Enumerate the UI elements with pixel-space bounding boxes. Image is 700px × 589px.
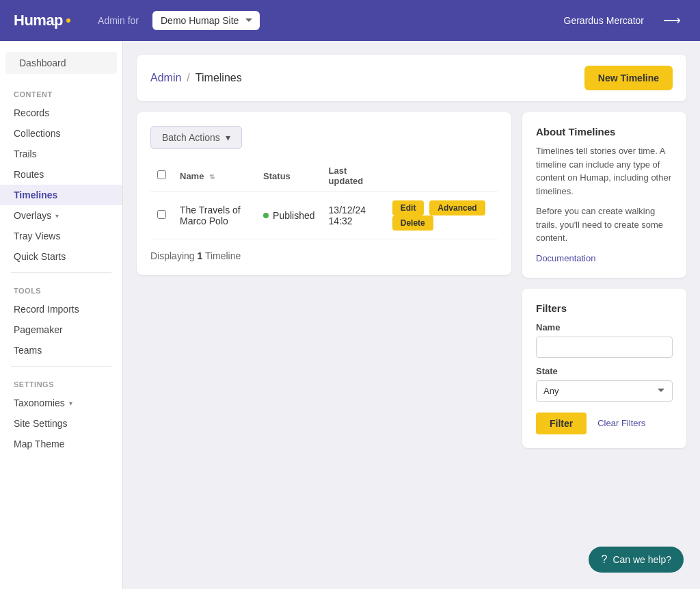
th-checkbox — [150, 160, 173, 192]
breadcrumb-admin[interactable]: Admin — [150, 72, 181, 84]
help-icon: ? — [601, 553, 607, 566]
breadcrumb-current: Timelines — [196, 72, 242, 84]
filter-name-label: Name — [536, 322, 673, 332]
filter-button[interactable]: Filter — [536, 413, 587, 434]
logo-text: Humap — [14, 12, 63, 29]
row-last-updated: 13/12/24 14:32 — [322, 192, 386, 239]
sidebar-section-settings: SETTINGS — [0, 372, 122, 393]
sidebar-item-record-imports[interactable]: Record Imports — [0, 299, 122, 319]
row-actions: Edit Advanced Delete — [386, 192, 498, 239]
sidebar-section-content: CONTENT — [0, 82, 122, 103]
documentation-link[interactable]: Documentation — [536, 253, 595, 263]
th-actions — [386, 160, 498, 192]
help-button[interactable]: ? Can we help? — [589, 547, 684, 573]
sidebar-item-quick-starts[interactable]: Quick Starts — [0, 246, 122, 267]
chevron-down-icon-2: ▾ — [69, 400, 72, 407]
batch-actions-button[interactable]: Batch Actions ▾ — [150, 126, 242, 149]
clear-filters-link[interactable]: Clear Filters — [597, 418, 645, 428]
th-status: Status — [256, 160, 322, 192]
sidebar-item-dashboard[interactable]: Dashboard — [5, 52, 117, 74]
header: Humap Admin for Demo Humap Site Gerardus… — [0, 0, 700, 41]
sidebar-divider — [11, 272, 111, 273]
sidebar-item-taxonomies[interactable]: Taxonomies ▾ — [0, 393, 122, 413]
app-body: Dashboard CONTENT Records Collections Tr… — [0, 41, 700, 589]
sidebar-item-collections[interactable]: Collections — [0, 123, 122, 144]
sidebar-item-tray-views[interactable]: Tray Views — [0, 226, 122, 246]
table-row: The Travels of Marco Polo Published 13/1… — [150, 192, 498, 239]
sidebar: Dashboard CONTENT Records Collections Tr… — [0, 41, 123, 589]
help-label: Can we help? — [612, 554, 671, 565]
admin-label: Admin for — [98, 15, 139, 26]
sidebar-section-tools: TOOLS — [0, 278, 122, 299]
row-status: Published — [256, 192, 322, 239]
th-last-updated: Last updated — [322, 160, 386, 192]
filter-state-select[interactable]: Any Published Draft — [536, 380, 673, 402]
status-dot-icon — [263, 213, 269, 218]
sidebar-divider-2 — [11, 366, 111, 367]
breadcrumb: Admin / Timelines — [150, 72, 242, 84]
filter-name-input[interactable] — [536, 337, 673, 358]
content-row: Batch Actions ▾ Name ⇅ S — [137, 112, 686, 448]
main-content: Admin / Timelines New Timeline Batch Act… — [123, 41, 700, 589]
filter-actions: Filter Clear Filters — [536, 413, 673, 434]
about-title: About Timelines — [536, 126, 673, 138]
edit-button[interactable]: Edit — [392, 200, 425, 215]
sidebar-item-map-theme[interactable]: Map Theme — [0, 434, 122, 454]
sidebar-item-teams[interactable]: Teams — [0, 340, 122, 361]
about-text-2: Before you can create walking trails, yo… — [536, 205, 673, 245]
filter-state-label: State — [536, 366, 673, 376]
filters-panel: Filters Name State Any Published Draft F… — [522, 289, 686, 448]
sidebar-item-overlays[interactable]: Overlays ▾ — [0, 205, 122, 226]
chevron-down-icon: ▾ — [55, 212, 59, 220]
breadcrumb-separator: / — [187, 72, 189, 84]
sidebar-item-trails[interactable]: Trails — [0, 144, 122, 164]
filters-title: Filters — [536, 302, 673, 314]
logo-dot — [66, 18, 70, 23]
row-checkbox[interactable] — [157, 210, 166, 219]
sidebar-item-routes[interactable]: Routes — [0, 164, 122, 185]
site-selector[interactable]: Demo Humap Site — [152, 11, 260, 30]
delete-button[interactable]: Delete — [392, 215, 433, 231]
chevron-down-icon-batch: ▾ — [226, 132, 230, 143]
row-name: The Travels of Marco Polo — [173, 192, 256, 239]
logo: Humap — [14, 12, 70, 29]
sidebar-item-pagemaker[interactable]: Pagemaker — [0, 319, 122, 340]
header-user: Gerardus Mercator — [564, 15, 644, 26]
timelines-table: Name ⇅ Status Last updated — [150, 160, 498, 239]
right-sidebar: About Timelines Timelines tell stories o… — [522, 112, 686, 448]
timelines-panel: Batch Actions ▾ Name ⇅ S — [137, 112, 511, 275]
sidebar-item-site-settings[interactable]: Site Settings — [0, 413, 122, 434]
logout-button[interactable]: ⟶ — [658, 10, 686, 31]
sidebar-item-timelines[interactable]: Timelines — [0, 185, 122, 205]
sort-icon[interactable]: ⇅ — [209, 173, 215, 181]
row-checkbox-cell — [150, 192, 173, 239]
th-name: Name ⇅ — [173, 160, 256, 192]
about-panel: About Timelines Timelines tell stories o… — [522, 112, 686, 278]
displaying-count: Displaying 1 Timeline — [150, 250, 498, 261]
sidebar-item-records[interactable]: Records — [0, 103, 122, 123]
about-text-1: Timelines tell stories over time. A time… — [536, 144, 673, 198]
page-header: Admin / Timelines New Timeline — [137, 55, 686, 101]
advanced-button[interactable]: Advanced — [429, 200, 485, 215]
new-timeline-button[interactable]: New Timeline — [584, 66, 673, 90]
table-header-row: Name ⇅ Status Last updated — [150, 160, 498, 192]
select-all-checkbox[interactable] — [157, 170, 166, 179]
